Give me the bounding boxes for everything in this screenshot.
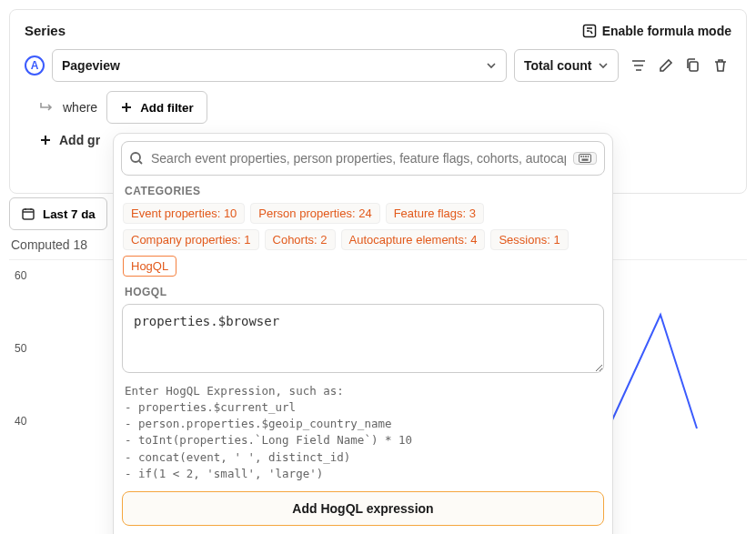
where-label: where — [63, 100, 97, 115]
chart-line-peak — [610, 278, 711, 433]
chevron-down-icon — [598, 60, 609, 71]
property-picker-popover: CATEGORIES Event properties: 10 Person p… — [113, 133, 613, 534]
search-input[interactable] — [151, 151, 566, 166]
y-tick-50: 50 — [15, 342, 26, 355]
add-filter-button[interactable]: Add filter — [106, 91, 207, 124]
chip-event-properties[interactable]: Event properties: 10 — [123, 203, 245, 224]
formula-icon — [582, 24, 597, 38]
chip-feature-flags[interactable]: Feature flags: 3 — [386, 203, 484, 224]
categories-label: CATEGORIES — [125, 185, 601, 197]
chevron-down-icon — [486, 60, 497, 71]
category-chips: Event properties: 10 Person properties: … — [123, 203, 603, 277]
aggregate-select[interactable]: Total count — [514, 49, 619, 82]
chip-company-properties[interactable]: Company properties: 1 — [123, 229, 259, 250]
event-select-label: Pageview — [62, 58, 120, 73]
plus-icon — [39, 134, 52, 146]
chip-cohorts[interactable]: Cohorts: 2 — [265, 229, 336, 250]
copy-icon-button[interactable] — [684, 56, 702, 75]
search-icon — [129, 151, 144, 166]
event-select[interactable]: Pageview — [52, 49, 507, 82]
add-filter-label: Add filter — [140, 101, 194, 115]
series-actions — [630, 56, 730, 75]
edit-icon-button[interactable] — [657, 56, 675, 75]
chip-person-properties[interactable]: Person properties: 24 — [250, 203, 379, 224]
hogql-textarea[interactable] — [122, 304, 604, 373]
svg-rect-1 — [690, 62, 698, 71]
filter-icon — [630, 57, 647, 74]
series-badge: A — [25, 55, 45, 76]
date-range-label: Last 7 da — [43, 207, 96, 221]
where-arrow-icon — [39, 101, 54, 114]
copy-icon — [685, 57, 701, 74]
date-range-button[interactable]: Last 7 da — [9, 197, 107, 230]
svg-point-7 — [588, 156, 589, 156]
svg-point-4 — [580, 156, 581, 156]
panel-header: Series Enable formula mode — [25, 23, 731, 38]
formula-label: Enable formula mode — [602, 24, 731, 38]
add-group-label: Add gr — [59, 133, 100, 147]
add-hogql-button[interactable]: Add HogQL expression — [122, 491, 604, 526]
delete-icon-button[interactable] — [711, 56, 730, 75]
svg-point-5 — [583, 156, 584, 156]
aggregate-label: Total count — [524, 58, 591, 73]
y-tick-60: 60 — [15, 269, 26, 282]
enable-formula-button[interactable]: Enable formula mode — [582, 24, 731, 38]
series-row: A Pageview Total count — [25, 49, 731, 82]
svg-point-6 — [585, 156, 586, 156]
hogql-hint: Enter HogQL Expression, such as: - prope… — [125, 383, 601, 482]
search-wrap — [121, 141, 605, 176]
trash-icon — [712, 57, 729, 74]
plus-icon — [120, 101, 133, 114]
filter-icon-button[interactable] — [630, 56, 648, 75]
panel-title: Series — [25, 23, 66, 38]
calendar-icon — [21, 207, 35, 221]
chip-sessions[interactable]: Sessions: 1 — [490, 229, 568, 250]
where-row: where Add filter — [39, 91, 731, 124]
hogql-label: HOGQL — [125, 286, 601, 298]
svg-rect-8 — [582, 159, 588, 160]
svg-point-2 — [131, 153, 140, 162]
svg-rect-3 — [580, 155, 591, 163]
chip-hogql[interactable]: HogQL — [123, 256, 176, 277]
svg-rect-9 — [23, 209, 34, 219]
chip-autocapture[interactable]: Autocapture elements: 4 — [341, 229, 486, 250]
pencil-icon — [658, 57, 674, 74]
keyboard-icon — [573, 152, 597, 165]
y-tick-40: 40 — [15, 415, 26, 428]
